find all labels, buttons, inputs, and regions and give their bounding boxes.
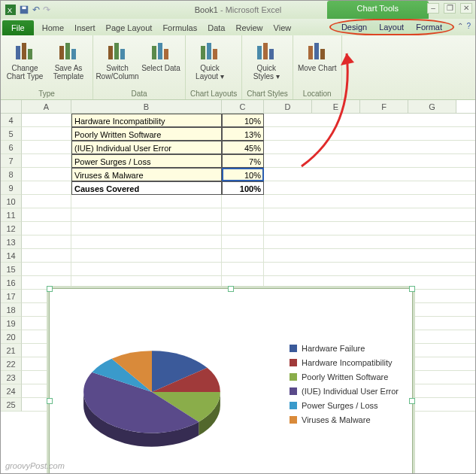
cell-C14[interactable] (222, 249, 264, 263)
cell-B15[interactable] (71, 263, 222, 276)
row-header-13[interactable]: 13 (1, 235, 22, 249)
embedded-chart[interactable]: Hardware FailureHardware Incompatibility… (49, 288, 413, 474)
cells-rest[interactable] (264, 235, 475, 249)
spreadsheet-grid[interactable]: ABCDEFG 4Hardware Incompatibility10%5Poo… (1, 100, 475, 412)
cells-rest[interactable] (264, 114, 475, 127)
tab-home[interactable]: Home (37, 20, 69, 35)
ribbon-collapse-icon[interactable]: ⌃ (457, 22, 463, 30)
row-header-7[interactable]: 7 (1, 154, 22, 168)
row-header-22[interactable]: 22 (1, 357, 22, 371)
quick-layout--button[interactable]: Quick Layout ▾ (190, 38, 229, 81)
cell-B9[interactable]: Causes Covered (71, 181, 222, 195)
cell-A10[interactable] (22, 195, 71, 208)
cells-rest[interactable] (264, 195, 475, 208)
restore-button[interactable]: ❐ (444, 3, 456, 14)
cell-C9[interactable]: 100% (222, 181, 264, 195)
cells-rest[interactable] (264, 222, 475, 235)
cells-rest[interactable] (264, 127, 475, 141)
cell-B13[interactable] (71, 235, 222, 249)
cell-A12[interactable] (22, 222, 71, 235)
cells-rest[interactable] (264, 154, 475, 168)
cell-A4[interactable] (22, 114, 71, 127)
row-header-25[interactable]: 25 (1, 398, 22, 412)
row-header-15[interactable]: 15 (1, 263, 22, 276)
cell-B12[interactable] (71, 222, 222, 235)
row-header-21[interactable]: 21 (1, 344, 22, 357)
cell-C8[interactable]: 10% (222, 168, 264, 181)
cell-C10[interactable] (222, 195, 264, 208)
row-header-18[interactable]: 18 (1, 303, 22, 317)
column-header-D[interactable]: D (264, 100, 312, 113)
cell-A15[interactable] (22, 263, 71, 276)
cell-B4[interactable]: Hardware Incompatibility (71, 114, 222, 127)
redo-icon[interactable]: ↷ (43, 5, 50, 15)
tab-insert[interactable]: Insert (69, 20, 101, 35)
column-header-C[interactable]: C (222, 100, 264, 113)
column-header-A[interactable]: A (22, 100, 71, 113)
tab-data[interactable]: Data (202, 20, 230, 35)
cells-rest[interactable] (264, 141, 475, 154)
row-header-4[interactable]: 4 (1, 114, 22, 127)
row-header-12[interactable]: 12 (1, 222, 22, 235)
switch-row-column-button[interactable]: Switch Row/Column (98, 38, 137, 81)
cell-C15[interactable] (222, 263, 264, 276)
undo-icon[interactable]: ↶ (32, 5, 40, 15)
cells-rest[interactable] (264, 249, 475, 263)
column-header-B[interactable]: B (71, 100, 222, 113)
row-header-9[interactable]: 9 (1, 181, 22, 195)
row-header-11[interactable]: 11 (1, 208, 22, 222)
cell-B6[interactable]: (IUE) Individual User Error (71, 141, 222, 154)
cell-C13[interactable] (222, 235, 264, 249)
cell-A8[interactable] (22, 168, 71, 181)
cell-A5[interactable] (22, 127, 71, 141)
tab-review[interactable]: Review (230, 20, 268, 35)
tab-page-layout[interactable]: Page Layout (101, 20, 158, 35)
row-header-24[interactable]: 24 (1, 384, 22, 398)
row-header-16[interactable]: 16 (1, 276, 22, 290)
cell-A9[interactable] (22, 181, 71, 195)
cell-B8[interactable]: Viruses & Malware (71, 168, 222, 181)
column-header-G[interactable]: G (408, 100, 456, 113)
cell-C5[interactable]: 13% (222, 127, 264, 141)
quick-styles--button[interactable]: Quick Styles ▾ (247, 38, 286, 81)
select-all-corner[interactable] (1, 100, 22, 113)
row-header-14[interactable]: 14 (1, 249, 22, 263)
tab-layout[interactable]: Layout (373, 20, 410, 34)
cell-A7[interactable] (22, 154, 71, 168)
cell-B14[interactable] (71, 249, 222, 263)
row-header-20[interactable]: 20 (1, 330, 22, 344)
cell-A11[interactable] (22, 208, 71, 222)
cells-rest[interactable] (264, 263, 475, 276)
cells-rest[interactable] (264, 208, 475, 222)
cell-A13[interactable] (22, 235, 71, 249)
cell-B7[interactable]: Power Surges / Loss (71, 154, 222, 168)
minimize-button[interactable]: – (427, 3, 439, 14)
column-header-E[interactable]: E (312, 100, 360, 113)
tab-format[interactable]: Format (410, 20, 448, 34)
row-header-19[interactable]: 19 (1, 317, 22, 330)
row-header-6[interactable]: 6 (1, 141, 22, 154)
cell-A6[interactable] (22, 141, 71, 154)
cell-A14[interactable] (22, 249, 71, 263)
cell-B10[interactable] (71, 195, 222, 208)
change-chart-type-button[interactable]: Change Chart Type (5, 38, 44, 81)
help-icon[interactable]: ? (466, 22, 471, 30)
close-button[interactable]: ✕ (460, 3, 472, 14)
cell-C7[interactable]: 7% (222, 154, 264, 168)
tab-design[interactable]: Design (335, 20, 373, 34)
cell-B5[interactable]: Poorly Written Software (71, 127, 222, 141)
row-header-23[interactable]: 23 (1, 371, 22, 384)
cell-C11[interactable] (222, 208, 264, 222)
row-header-8[interactable]: 8 (1, 168, 22, 181)
cell-C4[interactable]: 10% (222, 114, 264, 127)
move-chart-button[interactable]: Move Chart (298, 38, 337, 72)
column-header-F[interactable]: F (360, 100, 408, 113)
save-icon[interactable] (19, 5, 29, 15)
tab-view[interactable]: View (268, 20, 297, 35)
row-header-10[interactable]: 10 (1, 195, 22, 208)
cell-B11[interactable] (71, 208, 222, 222)
cells-rest[interactable] (264, 168, 475, 181)
select-data-button[interactable]: Select Data (141, 38, 180, 72)
cell-C6[interactable]: 45% (222, 141, 264, 154)
file-tab[interactable]: File (2, 20, 34, 35)
